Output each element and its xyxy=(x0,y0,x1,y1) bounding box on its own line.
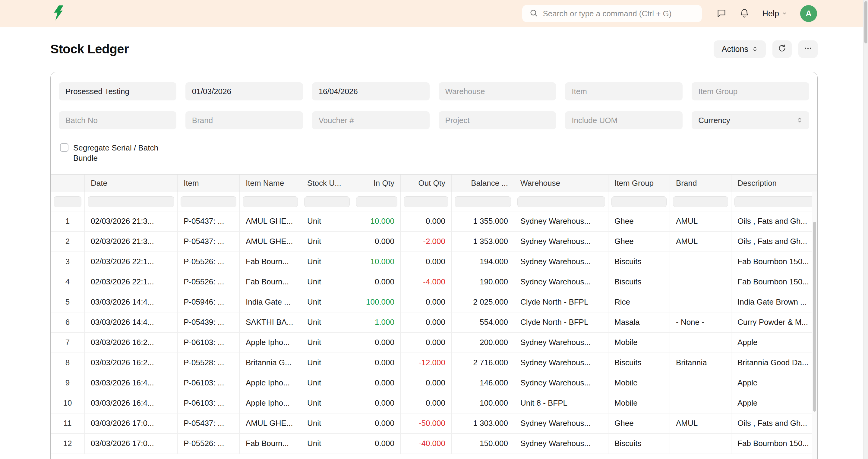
cell-warehouse[interactable]: Sydney Warehous... xyxy=(514,333,609,353)
cell-in_qty[interactable]: 100.000 xyxy=(353,292,401,312)
column-header-brand[interactable]: Brand xyxy=(670,175,732,192)
column-header-item[interactable]: Item xyxy=(178,175,240,192)
cell-item_name[interactable]: Apple Ipho... xyxy=(240,373,301,393)
cell-desc[interactable]: Fab Bournbon 150... xyxy=(732,434,817,454)
cell-date[interactable]: 02/03/2026 22:1... xyxy=(85,252,178,272)
cell-brand[interactable] xyxy=(670,272,732,292)
cell-warehouse[interactable]: Sydney Warehous... xyxy=(514,252,609,272)
column-header-row-number[interactable] xyxy=(51,175,85,192)
cell-date[interactable]: 03/03/2026 14:4... xyxy=(85,292,178,312)
cell-uom[interactable]: Unit xyxy=(301,414,353,433)
filter-include-uom[interactable] xyxy=(565,111,683,129)
cell-item[interactable]: P-05946: ... xyxy=(178,292,240,312)
cell-uom[interactable]: Unit xyxy=(301,434,353,454)
cell-balance[interactable]: 1 355.000 xyxy=(452,211,514,231)
cell-out_qty[interactable]: -50.000 xyxy=(401,414,452,433)
help-menu[interactable]: Help xyxy=(762,9,787,19)
cell-item[interactable]: P-05526: ... xyxy=(178,434,240,454)
column-filter-input-brand[interactable] xyxy=(673,196,728,207)
cell-uom[interactable]: Unit xyxy=(301,373,353,393)
cell-out_qty[interactable]: 0.000 xyxy=(401,333,452,353)
cell-in_qty[interactable]: 0.000 xyxy=(353,393,401,413)
cell-brand[interactable]: AMUL xyxy=(670,232,732,251)
segregate-checkbox[interactable] xyxy=(60,143,68,152)
cell-uom[interactable]: Unit xyxy=(301,312,353,332)
column-header-item_group[interactable]: Item Group xyxy=(609,175,670,192)
column-filter-input-num[interactable] xyxy=(54,196,82,207)
cell-desc[interactable]: India Gate Brown ... xyxy=(732,292,817,312)
cell-brand[interactable] xyxy=(670,434,732,454)
filter-item-group[interactable] xyxy=(692,82,809,100)
cell-warehouse[interactable]: Sydney Warehous... xyxy=(514,414,609,433)
column-filter-input-uom[interactable] xyxy=(304,196,350,207)
filter-voucher-no[interactable] xyxy=(312,111,430,129)
cell-warehouse[interactable]: Unit 8 - BFPL xyxy=(514,393,609,413)
cell-item_group[interactable]: Biscuits xyxy=(609,272,670,292)
cell-num[interactable]: 11 xyxy=(51,414,85,433)
segregate-checkbox-row[interactable]: Segregate Serial / Batch Bundle xyxy=(60,143,809,163)
cell-item_name[interactable]: Fab Bourn... xyxy=(240,252,301,272)
cell-item[interactable]: P-05437: ... xyxy=(178,211,240,231)
cell-balance[interactable]: 1 353.000 xyxy=(452,232,514,251)
cell-uom[interactable]: Unit xyxy=(301,272,353,292)
app-logo[interactable] xyxy=(53,6,66,22)
cell-uom[interactable]: Unit xyxy=(301,353,353,373)
column-filter-input-item_group[interactable] xyxy=(612,196,666,207)
cell-num[interactable]: 7 xyxy=(51,333,85,353)
cell-in_qty[interactable]: 0.000 xyxy=(353,232,401,251)
cell-warehouse[interactable]: Sydney Warehous... xyxy=(514,272,609,292)
cell-item[interactable]: P-05437: ... xyxy=(178,414,240,433)
cell-num[interactable]: 10 xyxy=(51,393,85,413)
cell-brand[interactable]: AMUL xyxy=(670,211,732,231)
cell-brand[interactable] xyxy=(670,393,732,413)
cell-desc[interactable]: Apple xyxy=(732,373,817,393)
cell-out_qty[interactable]: -4.000 xyxy=(401,272,452,292)
cell-date[interactable]: 02/03/2026 21:3... xyxy=(85,232,178,251)
cell-uom[interactable]: Unit xyxy=(301,393,353,413)
cell-num[interactable]: 9 xyxy=(51,373,85,393)
chat-button[interactable] xyxy=(716,8,726,19)
cell-uom[interactable]: Unit xyxy=(301,232,353,251)
cell-in_qty[interactable]: 0.000 xyxy=(353,353,401,373)
menu-ellipsis-button[interactable] xyxy=(798,40,818,58)
cell-item_name[interactable]: AMUL GHE... xyxy=(240,211,301,231)
cell-in_qty[interactable]: 10.000 xyxy=(353,211,401,231)
cell-item_group[interactable]: Biscuits xyxy=(609,252,670,272)
avatar[interactable]: A xyxy=(800,5,817,22)
cell-item[interactable]: P-06103: ... xyxy=(178,333,240,353)
cell-num[interactable]: 1 xyxy=(51,211,85,231)
cell-desc[interactable]: Curry Powder & M... xyxy=(732,312,817,332)
cell-desc[interactable]: Fab Bournbon 150... xyxy=(732,272,817,292)
table-scrollbar[interactable] xyxy=(812,191,817,459)
cell-desc[interactable]: Oils , Fats and Gh... xyxy=(732,232,817,251)
cell-date[interactable]: 02/03/2026 22:1... xyxy=(85,272,178,292)
column-filter-input-warehouse[interactable] xyxy=(517,196,605,207)
cell-num[interactable]: 5 xyxy=(51,292,85,312)
cell-desc[interactable]: Apple xyxy=(732,333,817,353)
cell-out_qty[interactable]: -2.000 xyxy=(401,232,452,251)
column-header-date[interactable]: Date xyxy=(85,175,178,192)
cell-out_qty[interactable]: -40.000 xyxy=(401,434,452,454)
cell-item_group[interactable]: Ghee xyxy=(609,414,670,433)
cell-balance[interactable]: 1 303.000 xyxy=(452,414,514,433)
cell-item_group[interactable]: Mobile xyxy=(609,333,670,353)
column-filter-input-in_qty[interactable] xyxy=(356,196,397,207)
cell-in_qty[interactable]: 1.000 xyxy=(353,312,401,332)
filter-item[interactable] xyxy=(565,82,683,100)
cell-balance[interactable]: 200.000 xyxy=(452,333,514,353)
cell-warehouse[interactable]: Clyde North - BFPL xyxy=(514,312,609,332)
filter-brand[interactable] xyxy=(185,111,303,129)
cell-item[interactable]: P-05528: ... xyxy=(178,353,240,373)
cell-item[interactable]: P-06103: ... xyxy=(178,373,240,393)
cell-out_qty[interactable]: 0.000 xyxy=(401,292,452,312)
cell-balance[interactable]: 2 025.000 xyxy=(452,292,514,312)
cell-date[interactable]: 03/03/2026 16:2... xyxy=(85,353,178,373)
cell-item_name[interactable]: AMUL GHE... xyxy=(240,232,301,251)
actions-dropdown-button[interactable]: Actions xyxy=(714,40,766,58)
cell-item_group[interactable]: Biscuits xyxy=(609,353,670,373)
cell-warehouse[interactable]: Sydney Warehous... xyxy=(514,353,609,373)
cell-item_name[interactable]: SAKTHI BA... xyxy=(240,312,301,332)
refresh-button[interactable] xyxy=(772,40,792,58)
cell-num[interactable]: 6 xyxy=(51,312,85,332)
cell-in_qty[interactable]: 0.000 xyxy=(353,272,401,292)
